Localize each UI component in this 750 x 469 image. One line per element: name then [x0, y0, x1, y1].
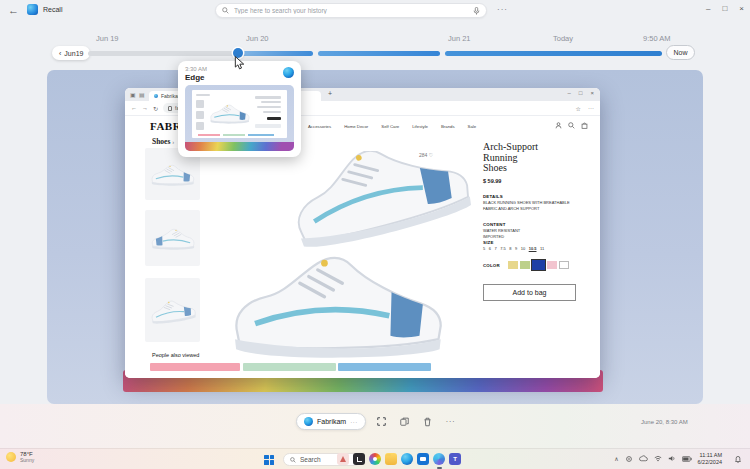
product-thumbnail[interactable]: [145, 278, 200, 342]
minimize-button[interactable]: –: [706, 4, 710, 13]
settings-icon[interactable]: [625, 455, 633, 463]
also-viewed-card[interactable]: [338, 363, 431, 371]
size-option[interactable]: 5: [483, 246, 485, 251]
timeline-segment[interactable]: [445, 51, 662, 56]
copy-button[interactable]: [398, 415, 412, 429]
app-icon-teams[interactable]: T: [449, 453, 461, 465]
taskbar-clock[interactable]: 11:11 AM 6/22/2024: [698, 452, 722, 465]
nav-item-accessories[interactable]: Accessories: [308, 124, 331, 129]
also-viewed-card[interactable]: [243, 363, 336, 371]
preview-thumbnail[interactable]: [185, 85, 294, 151]
likes-count[interactable]: 284 ♡: [419, 152, 433, 158]
nav-item-lifestyle[interactable]: Lifestyle: [412, 124, 428, 129]
browser-minimize-button[interactable]: –: [568, 90, 571, 96]
wifi-icon[interactable]: [654, 455, 662, 462]
history-search[interactable]: [215, 3, 487, 18]
size-option[interactable]: 7: [494, 246, 496, 251]
delete-button[interactable]: [421, 415, 435, 429]
add-to-bag-button[interactable]: Add to bag: [483, 284, 576, 301]
tab-actions-icon[interactable]: ▣: [130, 91, 136, 98]
browser-close-button[interactable]: ×: [590, 90, 594, 96]
timeline-segment[interactable]: [318, 51, 440, 56]
color-swatch-selected[interactable]: [532, 260, 545, 270]
timeline-segment[interactable]: [242, 51, 313, 56]
tray-chevron-icon[interactable]: ∧: [614, 455, 618, 462]
heart-icon[interactable]: ♡: [429, 152, 433, 158]
screenray-select-button[interactable]: [375, 415, 389, 429]
also-viewed-heading: People also viewed: [152, 352, 199, 358]
size-option[interactable]: 8: [509, 246, 511, 251]
nav-item-brands[interactable]: Brands: [441, 124, 455, 129]
bag-icon[interactable]: [581, 122, 588, 129]
browser-forward-icon[interactable]: →: [142, 105, 148, 111]
size-selector: 5 6 7 7.5 8 9 10 10.5 11: [483, 246, 544, 251]
search-input[interactable]: [234, 7, 468, 14]
close-button[interactable]: ×: [739, 4, 744, 13]
new-tab-button[interactable]: +: [328, 90, 332, 97]
now-button[interactable]: Now: [666, 45, 695, 60]
snapshot-preview-card[interactable]: 3:30 AM Edge: [178, 61, 301, 157]
nav-item-home-decor[interactable]: Home Decor: [344, 124, 368, 129]
nav-item-self-care[interactable]: Self Care: [381, 124, 399, 129]
product-hero-image: [213, 151, 471, 369]
browser-maximize-button[interactable]: □: [579, 90, 583, 96]
product-thumbnail[interactable]: [145, 210, 200, 266]
jump-back-button[interactable]: ‹ Jun19: [52, 46, 90, 60]
weather-widget[interactable]: 78°F Sunny: [6, 451, 34, 463]
size-option-selected[interactable]: 10.5: [529, 246, 537, 251]
microphone-icon[interactable]: [473, 7, 480, 15]
volume-icon[interactable]: [668, 455, 676, 462]
app-icon-copilot-active[interactable]: [433, 453, 445, 465]
app-title: Recall: [43, 6, 62, 13]
nav-item-sale[interactable]: Sale: [468, 124, 477, 129]
content-text: WATER RESISTANT IMPORTED: [483, 228, 520, 239]
app-icon-photos[interactable]: [369, 453, 381, 465]
pill-more-icon[interactable]: ···: [350, 419, 358, 425]
maximize-button[interactable]: □: [722, 4, 727, 13]
timeline-segment-past[interactable]: [88, 51, 236, 56]
start-button[interactable]: [264, 455, 274, 465]
toolbar-more-button[interactable]: ···: [444, 415, 458, 429]
app-icon-edge[interactable]: [401, 453, 413, 465]
app-icon-dev[interactable]: [353, 453, 365, 465]
open-in-app-button[interactable]: Fabrikam ···: [296, 413, 366, 430]
account-icon[interactable]: [555, 122, 562, 129]
timeline-label: Jun 20: [246, 34, 269, 43]
size-option[interactable]: 10: [521, 246, 525, 251]
app-icon-recall[interactable]: [337, 453, 349, 465]
breadcrumb[interactable]: Shoes ›: [152, 137, 174, 146]
size-option[interactable]: 6: [489, 246, 491, 251]
chevron-left-icon: ‹: [59, 50, 61, 57]
favorites-star-icon[interactable]: ☆: [576, 105, 581, 112]
color-swatch[interactable]: [559, 261, 569, 269]
also-viewed-card[interactable]: [150, 363, 240, 371]
preview-wallpaper: [185, 142, 294, 151]
titlebar-more-button[interactable]: ···: [497, 5, 508, 14]
snapshot-timestamp: June 20, 8:30 AM: [641, 419, 688, 425]
timeline-label: Today: [553, 34, 573, 43]
details-text: BLACK RUNNING SHOES WITH BREATHABLE FABR…: [483, 200, 570, 211]
workspaces-icon[interactable]: ▤: [139, 91, 145, 98]
onedrive-cloud-icon[interactable]: [639, 455, 648, 462]
product-price: $ 59.99: [483, 178, 501, 184]
back-button[interactable]: ←: [8, 4, 19, 16]
size-option[interactable]: 11: [540, 246, 544, 251]
browser-back-icon[interactable]: ←: [131, 105, 137, 111]
color-swatch[interactable]: [508, 261, 518, 269]
color-swatch[interactable]: [520, 261, 530, 269]
lock-icon: [168, 106, 172, 111]
snapshot-viewport[interactable]: ▣ ▤ Fabrikam + – □ × ← → ↻ fa: [47, 70, 703, 404]
search-icon[interactable]: [568, 122, 575, 129]
color-swatch[interactable]: [547, 261, 557, 269]
browser-refresh-icon[interactable]: ↻: [153, 105, 158, 112]
site-nav: Accessories Home Decor Self Care Lifesty…: [308, 124, 476, 129]
recall-app-window: ← Recall ··· – □ × Jun 19 Jun 20 Jun 21 …: [0, 0, 750, 469]
app-icon-file-explorer[interactable]: [385, 453, 397, 465]
browser-more-icon[interactable]: ···: [588, 105, 594, 112]
size-option[interactable]: 7.5: [500, 246, 506, 251]
notifications-bell-icon[interactable]: [734, 455, 742, 464]
battery-icon[interactable]: [682, 456, 692, 462]
size-option[interactable]: 9: [515, 246, 517, 251]
chevron-right-icon: ›: [172, 139, 174, 145]
app-icon-store[interactable]: [417, 453, 429, 465]
